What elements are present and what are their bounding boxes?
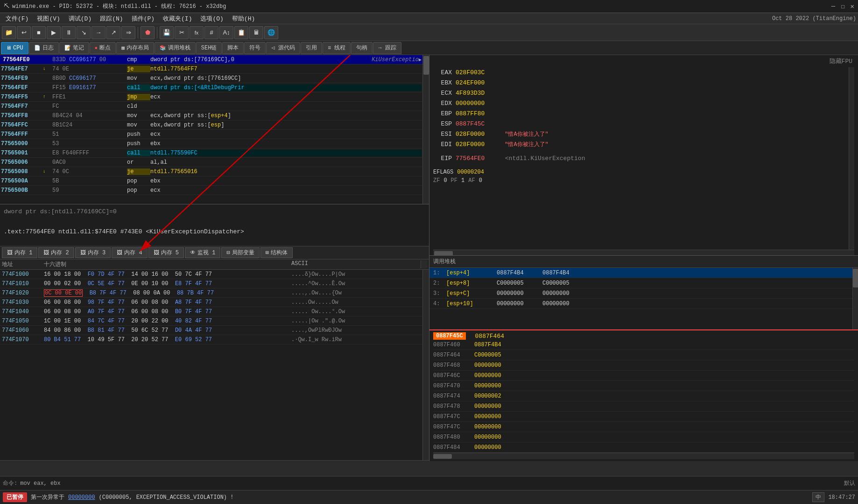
reg-val-esi[interactable]: 028F0000 [456,131,498,138]
tab-trace[interactable]: → 跟踪 [373,42,401,54]
mem-hscrollbar[interactable] [0,460,429,461]
disasm-row-0[interactable]: 77564FE0 833D CC696177 00 cmp dword ptr … [0,55,422,64]
tb-calc2[interactable]: 🖩 [249,26,263,39]
mem-row-1[interactable]: 774F1010 00 00 02 00 0C 5E 4F 77 0E 00 1… [0,279,422,288]
reg-val-ecx[interactable]: 4F893D3D [456,90,498,97]
mem-vscrollbar[interactable] [422,270,429,460]
tb-step-into[interactable]: ↘ [77,26,91,39]
tb-bp[interactable]: ⬟ [141,26,155,39]
reg-val-esp[interactable]: 0887F45C [456,120,498,127]
tab-cpu[interactable]: 🖥 CPU [1,42,28,54]
reg-scrollbar[interactable] [849,67,854,250]
reg-hscroll-thumb[interactable] [434,251,453,256]
tab-handles[interactable]: 句柄 [351,42,373,54]
stack-row-2[interactable]: 2: [esp+8] C0000005 C0000005 [429,278,852,288]
stack-extra-4[interactable]: 0887F46C 00000000 [433,371,854,381]
tb-open[interactable]: 📁 [2,26,16,39]
tb-run-to[interactable]: ⇒ [121,26,135,39]
close-button[interactable]: ✕ [851,2,854,10]
stack-extra-2[interactable]: 0887F464 C0000005 [433,350,854,360]
status-lang[interactable]: 中 [812,492,824,502]
stack-hscroll-thumb[interactable] [433,454,452,459]
stack-extra-7[interactable]: 0887F478 00000000 [433,401,854,412]
tab-memory[interactable]: ▦ 内存布局 [116,42,154,54]
mem-tab-3[interactable]: 🖼内存 3 [75,247,111,258]
stack-row-1[interactable]: 1: [esp+4] 0887F4B4 0887F4B4 [429,268,852,278]
tb-pause[interactable]: ⏸ [62,26,76,39]
tb-mem[interactable]: 💾 [160,26,174,39]
eflags-val[interactable]: 00000204 [457,169,484,175]
tb-log2[interactable]: 📋 [234,26,248,39]
mem-tab-1[interactable]: 🖼内存 1 [2,247,37,258]
tab-script[interactable]: 脚本 [222,42,244,54]
minimize-button[interactable]: — [831,2,835,10]
reg-val-eip[interactable]: 77564FE0 [456,155,498,162]
mem-tab-2[interactable]: 🖼内存 2 [38,247,74,258]
disasm-row-13[interactable]: 7756500A 5B pop ebx [0,176,422,186]
menu-debug[interactable]: 调试(D) [65,14,95,24]
stack-extra-6[interactable]: 0887F474 00000002 [433,391,854,401]
tab-callstack[interactable]: 📚 调用堆栈 [155,42,196,54]
stack-extra-5[interactable]: 0887F470 00000000 [433,381,854,391]
tb-stop[interactable]: ■ [32,26,46,39]
disasm-row-10[interactable]: 77565001 E8 F640FFFF call ntdll.775590FC [0,148,422,158]
reg-val-edi[interactable]: 028F0000 [456,141,498,148]
reg-val-eax[interactable]: 028F003C [456,69,498,76]
disasm-row-9[interactable]: 77565000 53 push ebx [0,139,422,148]
tab-notes[interactable]: 📝 笔记 [59,42,89,54]
tb-restart[interactable]: ↩ [17,26,31,39]
mem-view[interactable]: 地址 十六进制 ASCII 774F1000 16 00 18 00 F0 7D… [0,259,429,461]
tab-refs[interactable]: 引用 [301,42,322,54]
stack-row-3[interactable]: 3: [esp+C] 00000000 00000000 [429,288,852,299]
disasm-scrollbar[interactable] [422,55,429,204]
disasm-row-4[interactable]: 77564FF5 ↑ FFE1 jmp ecx [0,92,422,102]
disasm-row-14[interactable]: 7756500B 59 pop ecx [0,186,422,195]
tb-calc[interactable]: fx [190,26,204,39]
menu-favorites[interactable]: 收藏夹(I) [159,14,196,24]
disasm-scroll-thumb[interactable] [423,56,429,75]
disasm-row-1[interactable]: 77564FE7 ↓ 74 0E je ntdll.77564FF7 [0,64,422,74]
stack-extra-3[interactable]: 0887F468 00000000 [433,360,854,371]
tb-run[interactable]: ▶ [47,26,61,39]
stack-scroll-thumb[interactable] [853,269,858,287]
tab-symbols[interactable]: 符号 [244,42,266,54]
reg-hscrollbar[interactable] [433,250,854,256]
tb-step-out[interactable]: ↗ [106,26,120,39]
reg-val-ebx[interactable]: 024EF000 [456,79,498,86]
tb-step-over[interactable]: → [91,26,105,39]
mem-tab-monitor[interactable]: 👁监视 1 [185,247,220,258]
tab-threads[interactable]: ≡ 线程 [323,42,351,54]
disasm-row-12[interactable]: 77565008 ↓ 74 0C je ntdll.77565016 [0,167,422,176]
menu-plugin[interactable]: 插件(P) [128,14,158,24]
menu-file[interactable]: 文件(F) [2,14,32,24]
disasm-row-8[interactable]: 77564FFF 51 push ecx [0,130,422,139]
tb-font[interactable]: A↕ [219,26,233,39]
mem-tab-locals[interactable]: ⊟局部变量 [221,247,259,258]
mem-row-2[interactable]: 774F1020 0C 00 0E 00 B8 7F 4F 77 08 00 0… [0,288,422,298]
tb-web[interactable]: 🌐 [264,26,278,39]
mem-row-0[interactable]: 774F1000 16 00 18 00 F0 7D 4F 77 14 00 1… [0,270,422,279]
reg-val-edx[interactable]: 00000000 [456,100,498,107]
mem-tab-4[interactable]: 🖼内存 4 [112,247,147,258]
tab-seh[interactable]: SEH链 [196,42,222,54]
tab-log[interactable]: 📄 日志 [29,42,59,54]
disasm-row-11[interactable]: 77565006 0AC0 or al,al [0,158,422,167]
mem-tab-struct[interactable]: ⊞结构体 [260,247,293,258]
flag-pf-val[interactable]: 1 [461,177,464,184]
tb-patch[interactable]: ✂ [175,26,189,39]
mem-row-5[interactable]: 774F1050 1C 00 1E 00 84 7C 4F 77 20 00 2… [0,316,422,326]
disasm-row-7[interactable]: 77564FFC 8B1C24 mov ebx,dword ptr ss:[es… [0,120,422,130]
menu-view[interactable]: 视图(V) [33,14,63,24]
disasm-row-3[interactable]: 77564FEF FF15 E0916177 call dword ptr ds… [0,83,422,92]
disasm-row-6[interactable]: 77564FF8 8B4C24 04 mov ecx,dword ptr ss:… [0,111,422,120]
status-addr-link[interactable]: 00000000 [68,494,95,501]
stack-extra-9[interactable]: 0887F47C 00000000 [433,422,854,432]
menu-options[interactable]: 选项(O) [197,14,227,24]
stack-hscrollbar[interactable] [433,453,854,459]
tb-hash[interactable]: # [204,26,218,39]
disasm-view[interactable]: 77564FE0 833D CC696177 00 cmp dword ptr … [0,55,429,204]
menu-help[interactable]: 帮助(H) [228,14,259,24]
stack-vscrollbar[interactable] [852,268,858,329]
stack-extra-1[interactable]: 0887F460 0887F4B4 [433,340,854,350]
flag-af-val[interactable]: 0 [479,177,482,184]
